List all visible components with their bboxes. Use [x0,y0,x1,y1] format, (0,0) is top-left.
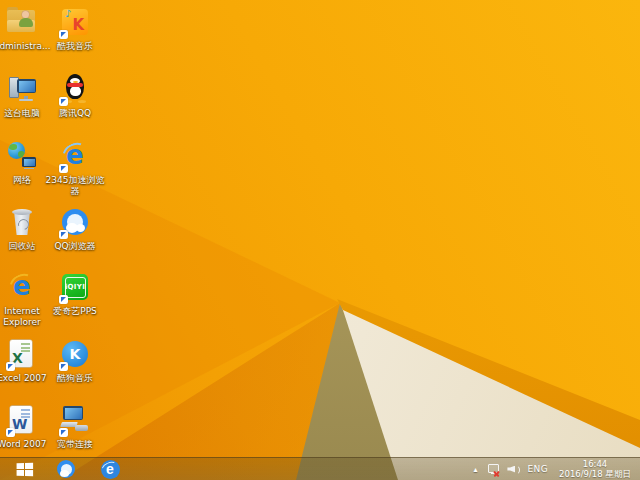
clock-date: 2016/9/18 星期日 [555,469,635,479]
taskbar-ie-button[interactable]: e [92,458,128,480]
desktop-icon-iqiyi-pps[interactable]: iQIYI 爱奇艺PPS [45,270,105,317]
desktop-icon-label: 爱奇艺PPS [45,306,105,317]
desktop-icon-broadband[interactable]: 宽带连接 [45,403,105,450]
desktop-icon-label: 酷我音乐 [45,41,105,52]
shortcut-arrow-icon [6,428,15,437]
system-tray: ▴ ENG 16:44 2016/9/18 星期日 [470,458,640,480]
kuwo-music-icon: ♪ K [57,5,93,39]
taskbar: e ▴ ENG 16:44 2016/9/18 星期日 [0,457,640,480]
network-globe-icon [4,139,40,173]
desktop-icon-kugou-music[interactable]: K 酷狗音乐 [45,337,105,384]
broadband-connection-icon [57,403,93,437]
show-hidden-icons-button[interactable]: ▴ [470,465,480,474]
qq-penguin-icon [57,72,93,106]
desktop-icon-kuwo-music[interactable]: ♪ K 酷我音乐 [45,5,105,52]
desktop-icon-label: 酷狗音乐 [45,373,105,384]
clock-time: 16:44 [555,459,635,469]
qq-browser-cloud-icon [57,205,93,239]
shortcut-arrow-icon [59,97,68,106]
shortcut-arrow-icon [59,164,68,173]
desktop: Administra... ♪ K 酷我音乐 这台电脑 腾讯QQ [0,0,640,480]
browser-e-icon: e [57,139,93,173]
desktop-icon-2345-browser[interactable]: e 2345加速浏览器 [45,139,105,196]
shortcut-arrow-icon [59,362,68,371]
clock[interactable]: 16:44 2016/9/18 星期日 [555,459,635,479]
word-icon: W [4,403,40,437]
shortcut-arrow-icon [6,362,15,371]
kugou-icon: K [57,337,93,371]
internet-explorer-icon: e [4,270,40,304]
language-indicator[interactable]: ENG [527,464,548,474]
desktop-icon-label: 腾讯QQ [45,108,105,119]
user-folder-icon [4,5,40,39]
shortcut-arrow-icon [59,30,68,39]
desktop-icon-label: 宽带连接 [45,439,105,450]
shortcut-arrow-icon [59,295,68,304]
shortcut-arrow-icon [59,230,68,239]
excel-icon: X [4,337,40,371]
volume-icon[interactable] [507,464,520,475]
network-status-icon[interactable] [487,464,500,475]
recycle-bin-icon [4,205,40,239]
windows-logo-icon [16,462,33,476]
shortcut-arrow-icon [59,428,68,437]
internet-explorer-icon: e [101,460,120,479]
qq-browser-icon [57,460,75,478]
desktop-icon-tencent-qq[interactable]: 腾讯QQ [45,72,105,119]
desktop-icon-label: QQ浏览器 [45,241,105,252]
start-button[interactable] [6,458,42,480]
desktop-icon-qq-browser[interactable]: QQ浏览器 [45,205,105,252]
taskbar-qq-browser-button[interactable] [48,458,84,480]
iqiyi-icon: iQIYI [57,270,93,304]
computer-icon [4,72,40,106]
desktop-icon-label: 2345加速浏览器 [45,175,105,196]
